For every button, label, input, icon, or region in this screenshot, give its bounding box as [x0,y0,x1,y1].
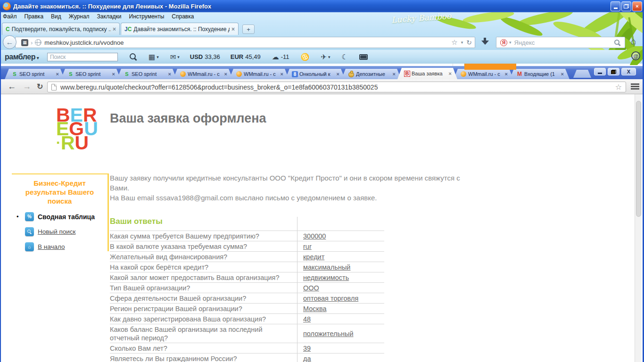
answer-link[interactable]: 39 [303,345,311,352]
chrome-tab-active-zayavka[interactable]: B Ваша заявка × [397,68,457,79]
answers-table: Ваши ответы Какая сумма требуется Вашему… [110,217,384,362]
chrome-url-text[interactable]: www.beregu.ru/quote/checkout?offer=61285… [60,83,615,91]
tab-close-icon[interactable]: × [337,71,339,77]
answer-link[interactable]: кредит [303,253,324,261]
chrome-tab-deposit[interactable]: Депозитные × [341,69,401,79]
menu-view[interactable]: Вид [51,13,61,20]
wmmail-favicon [236,71,242,77]
chrome-tab-seo-2[interactable]: S SEO sprint × [61,69,121,79]
chrome-minimize-button[interactable] [594,68,606,75]
chrome-tab-seo-3[interactable]: S SEO sprint × [117,69,177,79]
rambler-brand[interactable]: рамблер▾ [5,53,39,61]
apps-dropdown-icon[interactable]: ▾ [157,55,159,59]
chrome-restore-button[interactable] [608,68,619,75]
menu-edit[interactable]: Правка [25,13,44,20]
rambler-search-icon[interactable] [129,53,137,61]
tab-close-icon[interactable]: × [113,26,116,33]
tab-close-icon[interactable]: × [56,71,59,77]
tab-close-icon[interactable]: × [281,71,283,77]
sidebar-item-new-search[interactable]: Новый поиск [25,227,107,236]
horoscope-icon[interactable]: ♋ [301,53,310,61]
answer-link[interactable]: да [303,355,311,362]
menu-tools[interactable]: Инструменты [129,13,165,20]
rambler-assistant-icon[interactable]: @ [631,51,640,60]
dropdown-icon[interactable]: ▾ [461,40,463,45]
chrome-tab-wmmail-3[interactable]: WMmail.ru - c × [454,69,513,79]
chrome-back-button[interactable]: ← [8,82,16,91]
answer-link[interactable]: положительный [303,330,354,337]
answer-link[interactable]: ООО [303,284,319,292]
url-text[interactable]: meshkov.justclick.ru/vvodnoe [44,39,451,46]
chrome-tab-wmmail-2[interactable]: WMmail.ru - c × [229,69,289,79]
sidebar-item-summary[interactable]: • % Сводная таблица [25,212,107,221]
table-row: Сфера деятельности Вашей организации?опт… [110,293,384,304]
send-plane-icon[interactable]: ✈ [321,53,327,61]
tab-close-icon[interactable]: × [505,71,508,77]
vertical-scrollbar[interactable] [635,94,642,362]
search-placeholder[interactable]: Яндекс [514,39,614,46]
yandex-search-box[interactable]: Я ▾ Яндекс [496,37,625,48]
chrome-tab-seo-1[interactable]: S SEO sprint × [5,69,65,79]
mail-dropdown-icon[interactable]: ▾ [177,55,180,59]
chrome-tab-gmail[interactable]: M Входящие (1 × [510,69,570,79]
tab-close-icon[interactable]: × [231,26,235,33]
tab-close-icon[interactable]: × [168,71,171,77]
answer-link[interactable]: максимальный [303,263,350,271]
mail-icon[interactable]: ✉ [170,53,176,61]
tab-close-icon[interactable]: × [112,71,115,77]
address-bar[interactable]: ▦ › meshkov.justclick.ru/vvodnoe ☆ ▾ ↻ [15,37,475,48]
apps-grid-icon[interactable]: ▦ [149,53,155,61]
tab-close-icon[interactable]: × [393,71,396,77]
downloads-button[interactable] [481,38,489,46]
new-tab-button[interactable]: + [242,25,255,34]
minimize-button[interactable] [611,1,620,11]
firefox-tab-subscribe[interactable]: C Подтвердите, пожалуйста, подписку ... … [2,23,120,35]
chrome-bookmark-star-icon[interactable]: ☆ [615,82,622,91]
answer-link[interactable]: оптовая торговля [303,295,358,302]
ticket-icon[interactable] [359,54,368,60]
plane-dropdown-icon[interactable]: ▾ [328,55,330,59]
menu-bookmarks[interactable]: Закладки [97,13,122,20]
tab-close-icon[interactable]: × [561,71,564,77]
rambler-search-input[interactable]: Поиск [47,53,118,61]
menu-history[interactable]: Журнал [69,13,90,20]
chrome-new-tab-button[interactable] [573,70,591,78]
yandex-icon[interactable]: Я [500,39,507,46]
weather-cloud-icon[interactable]: ☁ [272,53,279,61]
tab-close-icon[interactable]: × [449,71,452,76]
answer-link[interactable]: Москва [303,305,327,313]
answer-link[interactable]: 300000 [303,232,326,240]
moon-icon[interactable]: ☾ [341,53,347,61]
confirmation-line-2: На Ваш email sssava1988@gmail.com выслан… [110,193,481,203]
tab-close-icon[interactable]: × [224,71,227,77]
chrome-tab-onkolny[interactable]: 8 Онкольный к × [285,69,345,79]
search-engine-dropdown-icon[interactable]: ▾ [509,40,512,45]
answer-link[interactable]: недвижимость [303,274,349,281]
answer-link[interactable]: rur [303,243,312,250]
search-icon[interactable] [614,39,621,46]
seo-sprint-favicon: S [67,71,74,77]
beregu-favicon: B [404,71,410,77]
chrome-forward-button[interactable]: → [23,82,31,91]
home-button[interactable]: ⌂ [631,36,636,47]
chrome-tab-wmmail-1[interactable]: WMmail.ru - c × [173,69,233,79]
restore-button[interactable] [621,1,631,11]
answer-link[interactable]: 48 [303,315,311,323]
scrollbar-thumb[interactable] [636,101,641,217]
menu-help[interactable]: Справка [172,13,194,20]
firefox-tab-active[interactable]: JC Давайте знакомиться. :: Похудение д..… [121,23,239,35]
chrome-close-button[interactable]: X [621,68,636,75]
bookmark-star-icon[interactable]: ☆ [451,38,457,47]
table-row: Сколько Вам лет?39 [110,343,384,354]
back-button[interactable]: ← [3,35,17,49]
window-title: Давайте знакомиться. :: Похудение для Ле… [13,3,611,10]
reload-icon[interactable]: ↻ [466,39,472,46]
chrome-menu-icon[interactable] [631,83,639,90]
firefox-logo-icon [3,2,11,10]
sidebar-item-home[interactable]: ⌂ В начало [25,242,107,251]
table-row: Желательный вид финансирования?кредит [110,252,384,262]
chrome-address-bar[interactable]: www.beregu.ru/quote/checkout?offer=61285… [47,82,626,92]
chrome-reload-button[interactable]: ↻ [37,82,43,91]
close-button[interactable]: × [632,1,642,11]
menu-file[interactable]: Файл [3,13,17,20]
